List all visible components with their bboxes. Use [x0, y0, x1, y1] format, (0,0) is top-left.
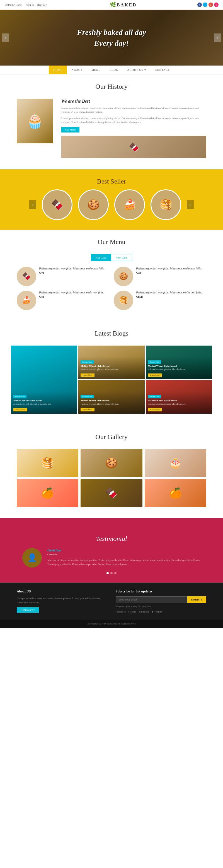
footer-submit-button[interactable]: SUBMIT: [187, 596, 206, 603]
top-nav-left: Welcome Back! Sign in Register: [4, 3, 49, 6]
gallery-item[interactable]: 🎂: [145, 449, 206, 477]
blog-card: Beauty Club Malted Wheat Flake bread eui…: [78, 380, 145, 414]
footer-email-input[interactable]: [116, 596, 187, 603]
menu-item: 🍪 Pellentesque dui, non felis. Maecenas …: [114, 267, 206, 286]
history-content: We are the Best Lorem ipsum dolor sit am…: [0, 96, 223, 169]
testimonial-dots: [22, 572, 201, 574]
nav-about-us[interactable]: ABOUT US ▾: [123, 66, 151, 74]
menu-section: Our Menu Hot Cake New Cake 🍫 Pellentesqu…: [0, 230, 223, 321]
blog-card-overlay: Beauty Club Malted Wheat Flake bread eui…: [146, 391, 212, 414]
bestseller-carousel: ‹ 🍫 🍪 🍰 🥞 ›: [0, 189, 223, 224]
blog-tag: Beauty Club: [81, 395, 94, 398]
bestseller-item: 🍰: [114, 189, 145, 220]
hero-prev-button[interactable]: ‹: [2, 33, 9, 42]
bestseller-next-button[interactable]: ›: [187, 200, 194, 209]
menu-item: 🍰 Pellentesque dui, non felis. Maecenas …: [17, 291, 109, 310]
blog-tag: Beauty Club: [13, 395, 27, 398]
footer-youtube-link[interactable]: ▶ YouTube: [152, 611, 162, 613]
testimonial-dot[interactable]: [110, 572, 113, 574]
menu-item-price: $60: [39, 295, 104, 299]
gallery-item[interactable]: 🍊: [17, 479, 78, 507]
nav-about[interactable]: ABOUT: [67, 66, 87, 74]
menu-item: 🥞 Pellentesque dui, non felis. Maecenas …: [114, 291, 206, 310]
blog-card: Beauty Club Malted Wheat Flake bread eui…: [146, 346, 212, 379]
testimonial-name: Gretchen: [47, 548, 201, 553]
blog-desc: euismod eros sed, placerat id molestie n…: [81, 403, 142, 405]
history-small-image: [61, 136, 206, 158]
menu-content: Hot Cake New Cake 🍫 Pellentesque dui, no…: [0, 251, 223, 321]
googleplus-icon[interactable]: g: [209, 2, 213, 7]
nav-home[interactable]: HOME: [49, 66, 67, 74]
footer-subscribe: Subscribe for hot updates SUBMIT We resp…: [116, 589, 206, 613]
bestseller-prev-button[interactable]: ‹: [29, 200, 36, 209]
menu-item-image: 🍰: [17, 291, 36, 310]
blogs-content: Beauty Club Malted Wheat Flake bread eui…: [0, 343, 223, 425]
twitter-icon[interactable]: t: [203, 2, 208, 7]
blog-card-overlay: Beauty Club Malted Wheat Flake bread eui…: [78, 391, 145, 414]
signin-link[interactable]: Sign in: [26, 3, 34, 6]
gallery-item[interactable]: 🍊: [145, 479, 206, 507]
testimonial-text: Gretchen Customer Maecenas tristique, me…: [47, 548, 201, 567]
blog-desc: euismod eros sed, placerat id molestie n…: [148, 403, 210, 405]
hero-content: Freshly baked all day Every day!: [77, 27, 146, 49]
blog-read-more-button[interactable]: Know More: [81, 373, 95, 377]
gallery-title: Our Gallery: [0, 425, 223, 446]
menu-item-info: Pellentesque dui, non felis. Maecenas ma…: [39, 267, 104, 275]
bestseller-item: 🥞: [151, 189, 181, 220]
history-menu-button[interactable]: Our Menu: [61, 127, 79, 132]
logo: 🌿 BAKED: [110, 2, 136, 8]
nav-menu[interactable]: MENU: [87, 66, 105, 74]
menu-title: Our Menu: [0, 230, 223, 251]
hero-next-button[interactable]: ›: [214, 33, 221, 42]
blog-tag: Beauty Club: [148, 360, 161, 364]
footer-about-title: About US: [17, 589, 107, 593]
blog-read-more-button[interactable]: Know More: [148, 408, 162, 411]
gallery-grid: 🥞 🍪 🎂 🍊 🍫 🍊: [17, 449, 206, 507]
testimonial-section: Testimonial 👤 Gretchen Customer Maecenas…: [0, 518, 223, 583]
facebook-icon[interactable]: f: [197, 2, 202, 7]
gallery-item[interactable]: 🥞: [17, 449, 78, 477]
footer-social-links: f Facebook t Twitter in LinkedIn ▶ YouTu…: [116, 611, 206, 613]
nav-contact[interactable]: CONTACT: [151, 66, 174, 74]
menu-item: 🍫 Pellentesque dui, non felis. Maecenas …: [17, 267, 109, 286]
footer-linkedin-link[interactable]: in LinkedIn: [139, 611, 150, 613]
menu-item-name: Pellentesque dui, non felis. Maecenas ma…: [39, 267, 104, 270]
bestseller-item: 🍪: [78, 189, 109, 220]
menu-item-image: 🍫: [17, 267, 36, 286]
register-link[interactable]: Register: [37, 3, 46, 6]
blog-read-more-button[interactable]: Know More: [13, 408, 27, 411]
blog-read-more-button[interactable]: Know More: [148, 373, 162, 377]
footer: About US Quisque iure ulla et dolor sed …: [0, 583, 223, 620]
history-para1: Lorem ipsum dolor sit amet consectetuer …: [61, 106, 206, 114]
menu-item-price: $160: [136, 295, 202, 299]
blogs-grid: Beauty Club Malted Wheat Flake bread eui…: [11, 346, 212, 414]
history-main-image: [17, 99, 53, 143]
testimonial-dot[interactable]: [106, 572, 109, 574]
footer-bottom: Copyright @ 2019 by baked.com. All Right…: [0, 620, 223, 628]
footer-twitter-link[interactable]: t Twitter: [128, 611, 136, 613]
gallery-item[interactable]: 🍫: [81, 479, 142, 507]
instagram-icon[interactable]: i: [214, 2, 219, 7]
blog-desc: euismod eros sed, placerat id molestie n…: [81, 368, 142, 371]
hero-title: Freshly baked all day Every day!: [77, 27, 146, 49]
blog-desc: euismod eros sed, placerat id molestie n…: [148, 368, 210, 371]
blog-title: Malted Wheat Flake bread: [148, 365, 210, 367]
blog-read-more-button[interactable]: Know More: [81, 408, 95, 411]
footer-facebook-link[interactable]: f Facebook: [116, 611, 126, 613]
bestseller-title: Best Seller: [0, 175, 223, 189]
menu-tab-new-cake[interactable]: New Cake: [111, 254, 132, 261]
nav-blog[interactable]: BLOG: [105, 66, 123, 74]
testimonial-quote: Maecenas tristique, metus vitae tincidun…: [47, 558, 201, 567]
history-title: Our History: [0, 74, 223, 96]
blog-tag: Beauty Club: [148, 395, 161, 398]
footer-subscribe-form: SUBMIT: [116, 596, 206, 603]
blog-card-overlay: Beauty Club Malted Wheat Flake bread eui…: [11, 391, 77, 414]
testimonial-dot[interactable]: [114, 572, 117, 574]
history-text: We are the Best Lorem ipsum dolor sit am…: [61, 99, 206, 158]
menu-tab-hot-cake[interactable]: Hot Cake: [91, 254, 111, 261]
gallery-item[interactable]: 🍪: [81, 449, 142, 477]
footer-subscribe-note: We respect your privacy. No spam, ever.: [116, 605, 206, 608]
footer-read-more-button[interactable]: Read More >: [17, 607, 39, 613]
social-icons: f t g i: [197, 2, 219, 7]
menu-item-info: Pellentesque dui, non felis. Maecenas ma…: [39, 291, 104, 299]
